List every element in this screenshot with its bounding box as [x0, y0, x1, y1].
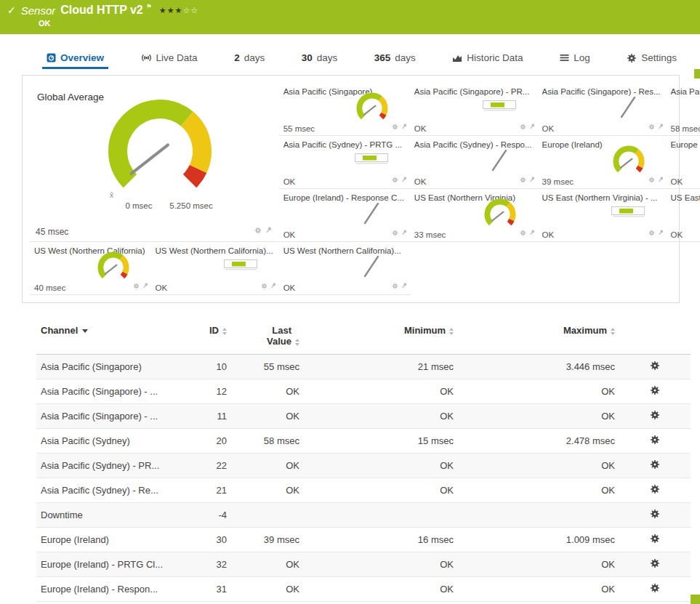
channel-settings-button[interactable] — [650, 484, 660, 494]
channel-cell: Asia Pacific (Sydney) - PR... — [36, 454, 182, 478]
channel-settings-button[interactable] — [650, 385, 660, 395]
tile-pin-icon[interactable] — [401, 226, 407, 239]
sensor-title: Cloud HTTP v2 — [60, 4, 143, 17]
channel-settings-button[interactable] — [650, 410, 660, 420]
minimum-cell — [304, 503, 458, 528]
col-header-last-value[interactable]: Last Value — [231, 319, 304, 355]
tile-gear-icon[interactable] — [261, 279, 267, 292]
tile-gear-icon[interactable] — [254, 224, 262, 237]
channel-settings-button[interactable] — [650, 459, 660, 470]
tile-gear-icon[interactable] — [133, 279, 140, 292]
tile-value: OK — [156, 283, 168, 292]
tile-gear-icon[interactable] — [520, 173, 526, 186]
stars-empty: ☆☆ — [182, 6, 198, 15]
tile-pin-icon[interactable] — [529, 226, 535, 239]
sort-icon — [449, 328, 454, 335]
maximum-cell: 2.478 msec — [458, 429, 619, 454]
channel-tile: US East (Northern Virginia) - ... OK — [538, 189, 667, 242]
mini-bar-gauge — [611, 204, 646, 219]
tile-pin-icon[interactable] — [401, 120, 407, 133]
tile-name: Asia Pacific (Singapore) - PR... — [414, 87, 532, 96]
tile-name: Asia Pacific (Sydney) — [671, 87, 700, 96]
maximum-cell: OK — [458, 478, 619, 503]
tile-pin-icon[interactable] — [529, 120, 535, 133]
channel-settings-button[interactable] — [650, 533, 660, 544]
tab-live-data[interactable]: Live Data — [137, 52, 202, 69]
table-row: Europe (Ireland) - Respon... 31 OK OK OK — [36, 577, 691, 602]
tile-pin-icon[interactable] — [265, 224, 272, 237]
channel-tile: Asia Pacific (Singapore) - Res... OK — [538, 83, 667, 136]
maximum-cell — [458, 503, 619, 528]
tab-2-days[interactable]: 2 days — [230, 52, 269, 69]
col-header-maximum[interactable]: Maximum — [458, 319, 619, 355]
tab-2-days-label: days — [244, 52, 265, 63]
channel-tile: Asia Pacific (Singapore) - PR... OK — [410, 83, 538, 136]
id-cell: 20 — [182, 429, 231, 454]
tab-settings[interactable]: Settings — [622, 52, 681, 69]
channel-cell: Europe (Ireland) - PRTG Cl... — [36, 552, 182, 577]
channel-cell: Asia Pacific (Sydney) — [36, 429, 182, 454]
tile-gear-icon[interactable] — [392, 173, 398, 186]
tile-pin-icon[interactable] — [401, 173, 407, 186]
tile-gear-icon[interactable] — [392, 226, 398, 239]
tab-30-days-number: 30 — [302, 52, 313, 63]
flag-icon: ⚑ — [146, 3, 152, 10]
last-value-cell: OK — [231, 577, 304, 602]
tile-name: Asia Pacific (Singapore) - Res... — [542, 87, 661, 96]
tile-gear-icon[interactable] — [392, 120, 398, 133]
id-cell: 30 — [182, 528, 231, 552]
channel-settings-button[interactable] — [650, 583, 660, 593]
channel-settings-button[interactable] — [650, 509, 660, 519]
tab-365-days[interactable]: 365 days — [370, 52, 420, 69]
channels-table-section: Channel ID Last Value Minimum Maximum — [36, 319, 691, 602]
sort-icon — [611, 328, 615, 335]
channel-settings-button[interactable] — [650, 435, 660, 445]
channel-settings-button[interactable] — [650, 361, 660, 371]
id-cell: 22 — [182, 454, 231, 478]
tab-historic-data[interactable]: Historic Data — [448, 52, 527, 69]
minimum-cell: OK — [304, 552, 458, 577]
gauge-scale-max: 5.250 msec — [169, 201, 213, 210]
mini-needle — [610, 92, 642, 121]
tile-gear-icon[interactable] — [392, 279, 398, 292]
gauges-panel: Global Average x̄ 0 msec 5.250 msec 45 m… — [22, 75, 680, 303]
tile-value: 58 msec — [671, 124, 700, 133]
tile-pin-icon[interactable] — [270, 279, 276, 292]
id-cell: 31 — [182, 577, 231, 602]
mini-needle — [481, 145, 513, 174]
tile-value: OK — [414, 177, 427, 186]
tile-pin-icon[interactable] — [658, 226, 664, 239]
maximum-cell: 1.009 msec — [458, 528, 619, 552]
channel-settings-button[interactable] — [650, 558, 660, 568]
tile-name: US West (Northern California)... — [283, 246, 404, 255]
tile-pin-icon[interactable] — [658, 120, 664, 133]
tab-2-days-number: 2 — [234, 52, 240, 63]
tile-gear-icon[interactable] — [648, 173, 655, 186]
priority-stars[interactable]: ★★★☆☆ — [159, 6, 198, 15]
table-row: Asia Pacific (Singapore) - ... 12 OK OK … — [36, 379, 691, 404]
minimum-cell: 16 msec — [304, 528, 458, 552]
col-header-channel[interactable]: Channel — [36, 319, 182, 355]
mini-bar-gauge — [224, 257, 259, 272]
minimum-cell: OK — [304, 404, 458, 429]
tile-gear-icon[interactable] — [520, 226, 526, 239]
sensor-kind-label: Sensor — [21, 4, 56, 17]
channel-tile: Europe (Ireland) - PRTG Cloud... OK — [667, 136, 700, 189]
tile-pin-icon[interactable] — [529, 173, 535, 186]
tile-pin-icon[interactable] — [658, 173, 664, 186]
tile-gear-icon[interactable] — [648, 226, 655, 239]
tile-value: OK — [283, 283, 296, 292]
tile-pin-icon[interactable] — [142, 279, 148, 292]
tab-log[interactable]: Log — [555, 52, 595, 69]
tile-value: OK — [414, 124, 427, 133]
col-header-minimum[interactable]: Minimum — [304, 319, 458, 355]
tab-overview[interactable]: Overview — [42, 52, 108, 69]
tile-gear-icon[interactable] — [648, 120, 655, 133]
tab-30-days[interactable]: 30 days — [297, 52, 342, 69]
minimum-cell: OK — [304, 478, 458, 503]
id-cell: 21 — [182, 478, 231, 503]
id-cell: -4 — [182, 503, 231, 528]
col-header-id[interactable]: ID — [182, 319, 231, 355]
tile-gear-icon[interactable] — [520, 120, 526, 133]
tile-pin-icon[interactable] — [401, 279, 407, 292]
